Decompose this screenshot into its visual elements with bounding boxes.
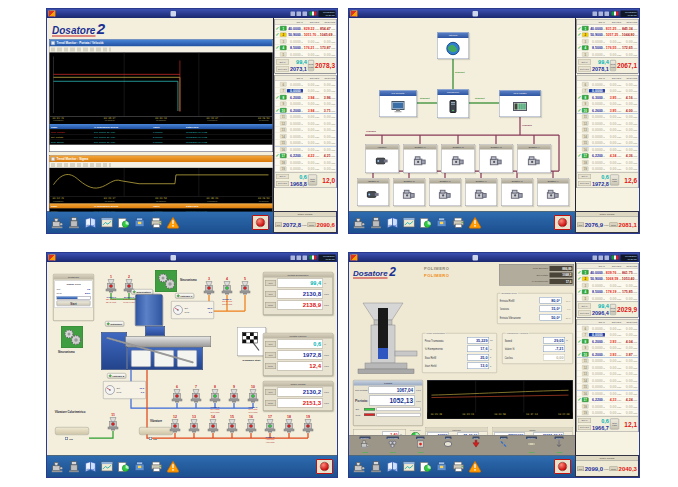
device-item-6[interactable]: Setup [491,437,516,455]
toolbar-alarms-icon[interactable] [167,460,180,473]
toolbar-printer-icon[interactable] [150,216,163,229]
device-item-1[interactable]: DosatoreAbilit. [352,437,377,455]
toolbar-dosing-unit-icon[interactable] [51,216,64,229]
network-device-box[interactable]: Dosatore 6 [429,178,461,206]
network-device-box[interactable]: Dosatore 9 [537,178,569,206]
field-value[interactable]: 13,0 [467,363,489,370]
phone-icon[interactable] [599,255,604,260]
toolbar-dosing-unit-icon[interactable] [353,460,366,473]
phone-icon[interactable] [297,11,302,16]
network-device-box[interactable]: Dosatore 4 [517,144,551,173]
emergency-stop-button[interactable] [316,459,333,474]
field-value[interactable]: 15,0° [540,306,562,313]
toolbar-trends-icon[interactable] [101,216,114,229]
folder-icon[interactable] [303,11,308,16]
toolbar-printer-icon[interactable] [452,216,465,229]
dosificatore-button[interactable]: Dosificatore [131,289,153,295]
toolbar-dosing-unit-icon[interactable] [353,216,366,229]
network-device-box[interactable]: Dosatore 2 [441,144,475,173]
toolbar-feeder-icon[interactable] [370,460,383,473]
set-portata-value[interactable]: 1067,04 [369,387,415,394]
device-item-3[interactable]: MobileAbilit. [408,437,433,455]
toolbar-trends-icon[interactable] [403,216,416,229]
network-device-box[interactable]: Dosatore 3 [479,144,513,173]
toolbar-reports-icon[interactable] [419,216,432,229]
network-device-box[interactable]: Dosatore 7 [465,178,497,206]
network-node-plc[interactable]: PLC Master [499,90,541,117]
pin-icon[interactable] [593,255,598,260]
toolbar-recipes-icon[interactable] [84,216,97,229]
emergency-stop-button[interactable] [554,459,571,474]
extrusore-button[interactable]: Extrusore [105,321,124,327]
device-item-5[interactable]: Refill [463,437,488,455]
doser-unit[interactable]: 106,2000 %3,94 Kg/h3,71 Kg/h [241,384,265,413]
folder-icon[interactable] [605,11,610,16]
field-value[interactable]: 25,0 [467,354,489,361]
real-kgh-button[interactable]: Real Kg/h [308,175,317,186]
toolbar-reports-icon[interactable] [419,460,432,473]
network-device-box[interactable]: Dosatore 1 [403,144,437,173]
trend-window-titlebar[interactable]: Trend Monitor : Portata / Velocità [50,40,273,47]
doser-unit[interactable]: 11 [101,412,125,433]
field-value[interactable]: 17,6 [467,346,489,353]
toolbar-recipes-icon[interactable] [386,216,399,229]
network-node-server[interactable]: MaxServer [437,89,469,118]
italian-flag-icon[interactable] [611,255,619,260]
toolbar-dosing-unit-icon[interactable] [51,460,64,473]
real-kgh-button[interactable]: Real Kg/h [610,304,616,315]
toolbar-feeder-icon[interactable] [68,460,81,473]
on-checkbox[interactable] [149,437,152,440]
toolbar-archive-icon[interactable] [134,216,147,229]
device-item-2[interactable]: TramoggiaAbilit. [380,437,405,455]
start-button[interactable]: Start [57,301,91,307]
laterale2-button[interactable]: Laterale 2 [107,373,126,379]
italian-flag-icon[interactable] [309,255,317,260]
toolbar-trends-icon[interactable] [101,460,114,473]
device-item-7[interactable]: VibratoreAbilit. [519,437,544,455]
real-kgh-button[interactable]: Real Kg/h [610,419,619,430]
network-node-internet[interactable]: Internet [437,32,469,59]
toolbar-trends-icon[interactable] [403,460,416,473]
real-kgh-button[interactable]: Real Kg/h [610,175,619,186]
vibratore-colorimetrico-on[interactable]: ON [65,437,73,440]
toolbar-printer-icon[interactable] [452,460,465,473]
network-node-pc[interactable]: PC Remoto [379,90,417,117]
phone-icon[interactable] [599,11,604,16]
legend-row[interactable]: Real_SpeedPen_2070a_21_Max0,00000007/12/… [50,140,273,145]
pin-icon[interactable] [291,11,296,16]
real-kgh-button[interactable]: Real Kg/h [610,60,616,71]
laterale1-button[interactable]: Laterale 1 [175,293,194,299]
network-device-box[interactable]: Vibratore 2 [357,178,389,206]
network-device-box[interactable]: Dosatore 8 [501,178,533,206]
field-value[interactable]: -7,21 [543,346,565,353]
doser-unit[interactable]: 19 [296,414,320,435]
toolbar-feeder-icon[interactable] [68,216,81,229]
doser-unit[interactable]: 5 [233,276,257,297]
pin-icon[interactable] [291,255,296,260]
folder-icon[interactable] [303,255,308,260]
folder-icon[interactable] [605,255,610,260]
toolbar-recipes-icon[interactable] [84,460,97,473]
toolbar-archive-icon[interactable] [134,460,147,473]
toolbar-printer-icon[interactable] [150,460,163,473]
real-kgh-button[interactable]: Real Kg/h [308,60,314,71]
network-device-box[interactable]: Dosatore 5 [393,178,425,206]
dosaggio-start-flag[interactable] [237,327,266,356]
network-device-box[interactable]: Vibratore [365,144,399,173]
emergency-stop-button[interactable] [554,215,571,230]
italian-flag-icon[interactable] [309,11,317,16]
toolbar-alarms-icon[interactable] [469,216,482,229]
vibratore-on[interactable]: ON [149,437,157,440]
phone-icon[interactable] [297,255,302,260]
field-value[interactable]: 29,05 [543,337,565,344]
emergency-stop-button[interactable] [252,215,269,230]
field-value[interactable]: 80,0° [540,297,562,304]
toolbar-recipes-icon[interactable] [386,460,399,473]
field-value[interactable]: 35,229 [467,337,489,344]
toolbar-alarms-icon[interactable] [167,216,180,229]
toolbar-reports-icon[interactable] [117,216,130,229]
toolbar-archive-icon[interactable] [436,216,449,229]
italian-flag-icon[interactable] [611,11,619,16]
toolbar-archive-icon[interactable] [436,460,449,473]
toolbar-reports-icon[interactable] [117,460,130,473]
